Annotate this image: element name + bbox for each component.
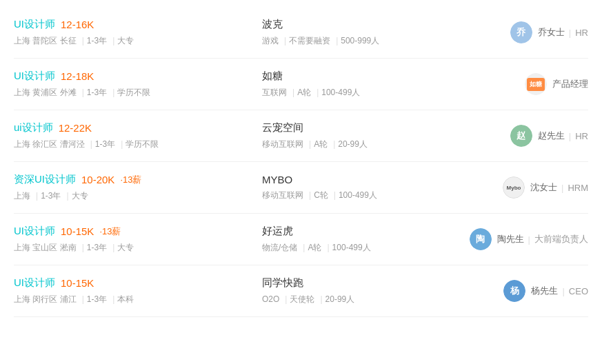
recruiter-info: 赵先生|HR	[538, 130, 588, 142]
company-funding: 天使轮	[290, 294, 314, 304]
recruiter-info: 沈女士|HRM	[530, 181, 588, 194]
recruiter-role: 大前端负责人	[534, 233, 588, 245]
salary-bonus: ·13薪	[120, 174, 141, 186]
avatar-circle: 杨	[503, 280, 525, 302]
company-tags: 物流/仓储|A轮|100-499人	[262, 242, 464, 254]
separator: |	[112, 294, 114, 304]
job-title[interactable]: UI设计师	[14, 18, 55, 31]
recruiter-avatar: 陶	[470, 228, 492, 250]
separator: |	[309, 190, 311, 200]
separator: |	[333, 139, 335, 149]
recruiter-avatar: 赵	[510, 125, 532, 147]
salary-bonus: ·13薪	[99, 225, 121, 238]
separator: |	[285, 294, 287, 304]
recruiter-info: 乔女士|HR	[538, 26, 588, 39]
job-location: 上海 闵行区 浦江	[14, 294, 77, 304]
recruiter-role: HR	[575, 131, 588, 141]
job-item: UI设计师12-16K上海 普陀区 长征|1-3年|大专波克游戏|不需要融资|5…	[14, 7, 588, 59]
company-name[interactable]: 云宠空间	[262, 121, 464, 134]
recruiter-separator: |	[561, 183, 563, 193]
job-right: 陶陶先生|大前端负责人	[464, 228, 588, 250]
job-salary: 12-22K	[59, 122, 92, 134]
job-item: UI设计师10-15K·13薪上海 宝山区 淞南|1-3年|大专好运虎物流/仓储…	[14, 214, 588, 265]
job-middle: MYBO移动互联网|C轮|100-499人	[248, 174, 464, 201]
company-tags: 移动互联网|C轮|100-499人	[262, 190, 464, 201]
job-item: UI设计师10-15K上海 闵行区 浦江|1-3年|本科同学快跑O2O|天使轮|…	[14, 265, 588, 317]
company-name[interactable]: 如糖	[262, 70, 464, 83]
job-title[interactable]: 资深UI设计师	[14, 173, 76, 186]
company-size: 100-499人	[321, 88, 360, 97]
recruiter-separator: |	[569, 28, 571, 38]
recruiter-info: 产品经理	[552, 78, 588, 90]
company-industry: 游戏	[262, 36, 279, 46]
company-name[interactable]: MYBO	[262, 174, 464, 185]
job-tags: 上海 黄浦区 外滩|1-3年|学历不限	[14, 87, 248, 99]
company-funding: C轮	[314, 190, 328, 200]
recruiter-info: 杨先生|CEO	[531, 285, 588, 297]
job-experience: 1-3年	[87, 243, 107, 252]
job-title[interactable]: UI设计师	[14, 276, 55, 290]
job-title[interactable]: UI设计师	[14, 225, 55, 238]
job-item: 资深UI设计师10-20K·13薪上海|1-3年|大专MYBO移动互联网|C轮|…	[14, 162, 588, 214]
separator: |	[112, 88, 114, 97]
job-right: 赵赵先生|HR	[464, 125, 588, 147]
job-experience: 1-3年	[87, 294, 107, 304]
recruiter-name: 杨先生	[531, 285, 558, 297]
job-salary: 12-18K	[61, 70, 94, 82]
job-left: UI设计师10-15K上海 闵行区 浦江|1-3年|本科	[14, 276, 248, 305]
company-name[interactable]: 同学快跑	[262, 276, 464, 290]
job-title[interactable]: UI设计师	[14, 70, 55, 83]
separator: |	[317, 88, 319, 97]
job-left: ui设计师12-22K上海 徐汇区 漕河泾|1-3年|学历不限	[14, 121, 248, 150]
company-industry: 互联网	[262, 88, 287, 97]
job-education: 学历不限	[117, 88, 150, 97]
job-middle: 波克游戏|不需要融资|500-999人	[248, 18, 464, 47]
job-middle: 云宠空间移动互联网|A轮|20-99人	[248, 121, 464, 150]
job-title[interactable]: ui设计师	[14, 121, 53, 134]
company-size: 500-999人	[341, 36, 379, 46]
separator: |	[82, 243, 84, 252]
job-tags: 上海|1-3年|大专	[14, 190, 248, 202]
company-name[interactable]: 波克	[262, 18, 464, 31]
separator: |	[90, 139, 92, 149]
job-right: 乔乔女士|HR	[464, 21, 588, 43]
recruiter-name: 赵先生	[538, 130, 565, 142]
recruiter-role: HR	[575, 28, 588, 38]
job-tags: 上海 徐汇区 漕河泾|1-3年|学历不限	[14, 139, 248, 150]
avatar-circle: 陶	[470, 228, 492, 250]
separator: |	[320, 294, 322, 304]
separator: |	[82, 88, 84, 97]
company-tags: 移动互联网|A轮|20-99人	[262, 139, 464, 150]
job-salary: 12-16K	[61, 19, 94, 30]
job-location: 上海 宝山区 淞南	[14, 243, 77, 252]
job-salary: 10-20K	[81, 174, 114, 185]
job-experience: 1-3年	[87, 36, 107, 46]
company-tags: O2O|天使轮|20-99人	[262, 294, 464, 305]
recruiter-separator: |	[569, 131, 571, 141]
job-experience: 1-3年	[41, 191, 61, 201]
job-education: 大专	[72, 191, 88, 201]
avatar-circle: 如糖	[525, 73, 547, 95]
company-tags: 互联网|A轮|100-499人	[262, 87, 464, 99]
job-left: UI设计师12-16K上海 普陀区 长征|1-3年|大专	[14, 18, 248, 47]
job-education: 学历不限	[126, 139, 159, 149]
job-list: UI设计师12-16K上海 普陀区 长征|1-3年|大专波克游戏|不需要融资|5…	[0, 0, 602, 324]
separator: |	[66, 191, 68, 201]
job-location: 上海 普陀区 长征	[14, 36, 77, 46]
job-item: ui设计师12-22K上海 徐汇区 漕河泾|1-3年|学历不限云宠空间移动互联网…	[14, 110, 588, 162]
job-location: 上海 黄浦区 外滩	[14, 88, 77, 97]
recruiter-avatar: 如糖	[525, 73, 547, 95]
job-left: UI设计师12-18K上海 黄浦区 外滩|1-3年|学历不限	[14, 70, 248, 99]
company-tags: 游戏|不需要融资|500-999人	[262, 35, 464, 47]
job-tags: 上海 闵行区 浦江|1-3年|本科	[14, 294, 248, 305]
job-right: 如糖产品经理	[464, 73, 588, 95]
company-funding: A轮	[297, 88, 311, 97]
company-funding: A轮	[308, 243, 321, 252]
separator: |	[82, 294, 84, 304]
company-name[interactable]: 好运虎	[262, 225, 464, 238]
recruiter-avatar: 乔	[510, 21, 532, 43]
company-size: 100-499人	[332, 243, 371, 252]
separator: |	[112, 243, 114, 252]
company-industry: 移动互联网	[262, 139, 303, 149]
recruiter-name: 产品经理	[552, 78, 588, 90]
